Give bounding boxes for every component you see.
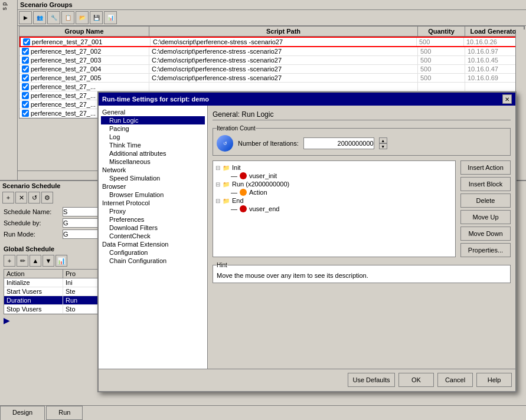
logic-tree-item[interactable]: —vuser_init xyxy=(215,172,453,180)
help-button[interactable]: Help xyxy=(476,373,512,387)
logic-tree-item[interactable]: ⊟📁Run (x2000000000) xyxy=(215,180,453,188)
sidebar-label: s p xyxy=(0,0,9,12)
row-checkbox[interactable] xyxy=(22,83,29,90)
table-row[interactable]: perference_test_27_... xyxy=(19,83,524,91)
tree-item-think-time[interactable]: Think Time xyxy=(101,141,205,149)
gs-row-action: Duration xyxy=(4,296,63,304)
tree-item-speed-simulation[interactable]: Speed Simulation xyxy=(101,174,205,182)
logic-item-label: End xyxy=(232,197,244,204)
tree-item-miscellaneous[interactable]: Miscellaneous xyxy=(101,158,205,166)
row-checkbox[interactable] xyxy=(22,65,29,73)
move-up-button[interactable]: Move Up xyxy=(460,210,511,224)
logic-tree-item[interactable]: ⊟📁End xyxy=(215,196,453,205)
run-mode-input[interactable] xyxy=(63,229,98,239)
insert-action-button[interactable]: Insert Action xyxy=(460,160,511,175)
main-window: s p Scenario Groups ▶ 👥 🔧 📋 📂 💾 📊 Group … xyxy=(0,0,526,420)
modal-body: GeneralRun LogicPacingLogThink TimeAddit… xyxy=(99,106,515,369)
cancel-button[interactable]: Cancel xyxy=(437,373,473,387)
table-row[interactable]: perference_test_27_004 C:\demo\script\pe… xyxy=(19,65,524,74)
row-checkbox[interactable] xyxy=(22,57,29,64)
gs-table-row[interactable]: Initialize Ini xyxy=(4,278,103,287)
gs-row-pro: Run xyxy=(63,296,99,304)
tree-item-run-logic[interactable]: Run Logic xyxy=(101,116,205,124)
tree-item-browser[interactable]: Browser xyxy=(101,182,205,191)
properties-button[interactable]: Properties... xyxy=(460,243,511,257)
use-defaults-button[interactable]: Use Defaults xyxy=(348,373,395,387)
tree-item-configuration[interactable]: Configuration xyxy=(101,248,205,257)
iteration-spinner-up[interactable]: ▲ xyxy=(379,137,387,143)
tree-item-chain-configuration[interactable]: Chain Configuration xyxy=(101,257,205,265)
toolbar-btn5[interactable]: 📂 xyxy=(76,11,89,24)
global-schedule-table: Action Pro Initialize Ini Start Vusers S… xyxy=(4,269,104,314)
schedule-btn4[interactable]: ⚙ xyxy=(41,192,53,204)
ok-button[interactable]: OK xyxy=(398,373,434,387)
schedule-btn3[interactable]: ↺ xyxy=(28,192,40,204)
row-checkbox[interactable] xyxy=(22,110,29,117)
iteration-spinner-down[interactable]: ▼ xyxy=(379,143,387,149)
row-name: perference_test_27_003 xyxy=(31,57,101,64)
toolbar-btn2[interactable]: 👥 xyxy=(33,11,46,24)
tree-item-log[interactable]: Log xyxy=(101,133,205,141)
table-row[interactable]: perference_test_27_002 C:\demo\script\pe… xyxy=(19,47,524,56)
gs-table-row[interactable]: Start Vusers Ste xyxy=(4,287,103,296)
schedule-by-input[interactable] xyxy=(63,218,98,228)
gs-chart-btn[interactable]: 📊 xyxy=(55,255,67,267)
logic-tree-item[interactable]: —Action xyxy=(215,188,453,196)
scenario-groups-header: Scenario Groups xyxy=(18,0,526,10)
toolbar-btn4[interactable]: 📋 xyxy=(61,11,74,24)
vertical-scrollbar[interactable] xyxy=(515,29,525,180)
toolbar-play-btn[interactable]: ▶ xyxy=(19,11,32,24)
row-checkbox[interactable] xyxy=(23,38,30,45)
logic-item-label: Action xyxy=(249,189,267,196)
row-checkbox[interactable] xyxy=(22,74,29,81)
gs-table-row[interactable]: Duration Run xyxy=(4,296,103,305)
logic-tree-item[interactable]: —vuser_end xyxy=(215,205,453,213)
tree-item-browser-emulation[interactable]: Browser Emulation xyxy=(101,191,205,199)
move-down-button[interactable]: Move Down xyxy=(460,227,511,241)
runtime-settings-dialog: Run-time Settings for script: demo ✕ Gen… xyxy=(97,91,517,392)
delete-button[interactable]: Delete xyxy=(460,193,511,208)
tree-item-preferences[interactable]: Preferences xyxy=(101,215,205,224)
toolbar-btn7[interactable]: 📊 xyxy=(104,11,117,24)
tree-item-additional-attributes[interactable]: Additional attributes xyxy=(101,149,205,158)
row-name: perference_test_27_005 xyxy=(31,74,101,81)
row-checkbox[interactable] xyxy=(22,101,29,108)
row-name: perference_test_27_001 xyxy=(32,38,102,45)
gs-up-btn[interactable]: ▲ xyxy=(30,255,41,267)
tree-item-download-filters[interactable]: Download Filters xyxy=(101,224,205,232)
modal-close-button[interactable]: ✕ xyxy=(502,94,512,104)
logic-tree-item[interactable]: ⊟📁Init xyxy=(215,163,453,172)
tree-item-network[interactable]: Network xyxy=(101,166,205,174)
gs-edit-btn[interactable]: ✏ xyxy=(17,255,28,267)
modal-left-tree: GeneralRun LogicPacingLogThink TimeAddit… xyxy=(99,106,208,369)
gs-add-btn[interactable]: + xyxy=(4,255,15,267)
tree-item-internet-protocol[interactable]: Internet Protocol xyxy=(101,199,205,207)
tree-expand-icon: ⊟ xyxy=(215,198,220,204)
table-row[interactable]: perference_test_27_001 C:\demo\script\pe… xyxy=(19,37,524,47)
row-checkbox[interactable] xyxy=(22,92,29,99)
tab-design[interactable]: Design xyxy=(0,406,45,420)
tree-item-pacing[interactable]: Pacing xyxy=(101,124,205,133)
iteration-count-input[interactable] xyxy=(303,137,374,149)
iteration-row: ↺ Number of Iterations: ▲ ▼ xyxy=(217,135,507,152)
toolbar-btn6[interactable]: 💾 xyxy=(90,11,103,24)
gs-table-row[interactable]: Stop Vusers Sto xyxy=(4,305,103,314)
table-row[interactable]: perference_test_27_005 C:\demo\script\pe… xyxy=(19,74,524,83)
row-checkbox[interactable] xyxy=(22,48,29,55)
schedule-name-input[interactable] xyxy=(63,207,98,216)
tree-item-proxy[interactable]: Proxy xyxy=(101,207,205,215)
tree-expand-icon: ⊟ xyxy=(215,165,220,171)
tree-item-general[interactable]: General xyxy=(101,108,205,116)
row-name: perference_test_27_... xyxy=(31,110,96,117)
tab-run[interactable]: Run xyxy=(46,406,83,420)
table-row[interactable]: perference_test_27_003 C:\demo\script\pe… xyxy=(19,56,524,65)
insert-block-button[interactable]: Insert Block xyxy=(460,177,511,191)
schedule-del-btn[interactable]: ✕ xyxy=(15,192,27,204)
gs-down-btn[interactable]: ▼ xyxy=(43,255,54,267)
schedule-add-btn[interactable]: + xyxy=(2,192,14,204)
logic-section: ⊟📁Init—vuser_init⊟📁Run (x2000000000)—Act… xyxy=(213,160,511,257)
tree-item-data-format-extension[interactable]: Data Format Extension xyxy=(101,240,205,248)
tree-item-contentcheck[interactable]: ContentCheck xyxy=(101,232,205,240)
toolbar-btn3[interactable]: 🔧 xyxy=(47,11,60,24)
run-mode-label: Run Mode: xyxy=(4,231,63,238)
